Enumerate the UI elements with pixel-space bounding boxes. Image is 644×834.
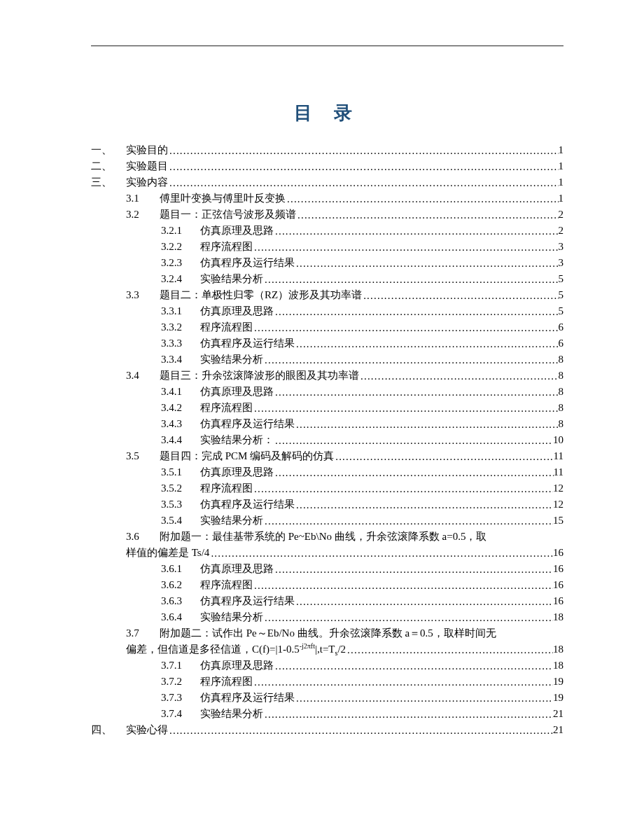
toc-entry[interactable]: 3.4.3仿真程序及运行结果8 [91,416,564,432]
toc-entry-number: 3.4.2 [161,400,200,416]
toc-entry[interactable]: 3.7附加题二：试作出 Pe～Eb/No 曲线。升余弦滚降系数 a＝0.5，取样… [91,625,564,658]
toc-leader [253,320,559,336]
toc-page-number: 8 [559,368,564,384]
toc-leader [253,578,553,594]
toc-entry-number: 3.2.1 [161,223,200,239]
toc-entry[interactable]: 3.5.4实验结果分析15 [91,513,564,529]
toc-entry-number: 3.7.3 [161,690,200,706]
toc-entry-text: 题目三：升余弦滚降波形的眼图及其功率谱 [160,368,359,384]
toc-entry-text: 仿真程序及运行结果 [200,690,295,706]
toc-leader [274,465,554,481]
toc-entry-number: 3.6 [126,529,160,545]
toc-page-number: 11 [554,448,564,464]
toc-entry[interactable]: 3.4.1仿真原理及思路8 [91,384,564,400]
toc-entry-text: 程序流程图 [200,480,253,496]
toc-entry[interactable]: 3.3.2程序流程图6 [91,319,564,335]
toc-leader [274,562,553,578]
toc-entry-text: 实验结果分析 [200,271,263,287]
toc-entry[interactable]: 3.4.2程序流程图8 [91,400,564,416]
toc-leader [168,723,553,739]
toc-title: 目 录 [91,101,564,125]
toc-entry[interactable]: 3.7.4实验结果分析21 [91,706,564,722]
toc-leader [168,159,559,175]
toc-entry-text: 仿真程序及运行结果 [200,416,295,432]
toc-entry[interactable]: 3.7.2程序流程图19 [91,674,564,690]
toc-leader [274,223,559,239]
toc-entry-number: 3.7 [126,625,160,641]
toc-entry-text: 样值的偏差是 Ts/4 [126,545,209,561]
toc-entry[interactable]: 3.6.4实验结果分析18 [91,609,564,625]
toc-entry-text: 仿真原理及思路 [200,384,274,400]
toc-entry[interactable]: 3.2.1仿真原理及思路2 [91,223,564,239]
toc-page-number: 15 [553,513,564,529]
toc-entry[interactable]: 3.5.2程序流程图12 [91,480,564,496]
toc-entry-number: 四、 [91,722,126,738]
toc-leader [295,336,559,352]
toc-entry[interactable]: 3.6.3仿真程序及运行结果16 [91,593,564,609]
toc-page-number: 1 [559,190,564,207]
toc-entry[interactable]: 3.5题目四：完成 PCM 编码及解码的仿真11 [91,448,564,464]
toc-entry-number: 3.2.2 [161,239,200,255]
toc-page-number: 18 [553,658,564,674]
toc-entry-text: 附加题一：最佳基带系统的 Pe~Eb\No 曲线，升余弦滚降系数 a=0.5，取 [160,531,486,542]
toc-entry[interactable]: 三、实验内容1 [91,174,564,190]
toc-page-number: 18 [553,641,564,658]
toc-entry-text: 题目一：正弦信号波形及频谱 [160,207,296,223]
toc-leader [334,449,553,465]
toc-entry-text: 题目二：单极性归零（RZ）波形及其功率谱 [160,287,362,303]
toc-entry[interactable]: 二、实验题目1 [91,158,564,174]
toc-entry[interactable]: 3.4题目三：升余弦滚降波形的眼图及其功率谱8 [91,368,564,384]
toc-page-number: 12 [553,496,564,513]
toc-entry[interactable]: 3.2.4实验结果分析5 [91,271,564,287]
toc-entry[interactable]: 3.5.1仿真原理及思路11 [91,464,564,480]
toc-page-number: 6 [559,319,564,335]
toc-entry-number: 3.3.2 [161,319,200,335]
toc-entry[interactable]: 3.5.3仿真程序及运行结果12 [91,496,564,513]
toc-entry-number: 3.4.3 [161,416,200,432]
toc-entry-line2: 偏差，但信道是多径信道，C(f)=|1-0.5-j2πft|,t=Ts/218 [126,641,564,658]
toc-entry[interactable]: 3.7.3仿真程序及运行结果19 [91,690,564,706]
toc-entry[interactable]: 3.6附加题一：最佳基带系统的 Pe~Eb\No 曲线，升余弦滚降系数 a=0.… [91,529,564,561]
toc-entry-text: 程序流程图 [200,319,253,335]
toc-entry[interactable]: 3.1傅里叶变换与傅里叶反变换1 [91,190,564,207]
toc-entry[interactable]: 3.4.4实验结果分析：10 [91,432,564,448]
toc-entry-number: 3.6.1 [161,561,200,577]
toc-entry-number: 3.5 [126,448,160,464]
toc-entry-number: 3.5.1 [161,464,200,480]
toc-entry[interactable]: 3.6.1仿真原理及思路16 [91,561,564,577]
toc-entry[interactable]: 3.6.2程序流程图16 [91,577,564,593]
toc-entry-text: 仿真原理及思路 [200,464,274,480]
toc-page-number: 8 [559,400,564,416]
toc-entry-number: 3.7.1 [161,658,200,674]
toc-entry[interactable]: 3.2.3仿真程序及运行结果3 [91,255,564,271]
toc-entry-text: 程序流程图 [200,400,253,416]
toc-entry-number: 三、 [91,174,126,190]
toc-leader [263,707,553,723]
toc-entry[interactable]: 3.3题目二：单极性归零（RZ）波形及其功率谱5 [91,287,564,303]
toc-leader [295,690,553,707]
toc-entry[interactable]: 四、实验心得21 [91,722,564,738]
toc-page-number: 3 [559,239,564,255]
toc-entry[interactable]: 3.7.1仿真原理及思路18 [91,658,564,674]
toc-page-number: 21 [553,722,564,738]
toc-page-number: 1 [559,142,564,158]
toc-page-number: 3 [559,255,564,271]
toc-entry[interactable]: 3.3.1仿真原理及思路5 [91,303,564,319]
toc-page-number: 5 [559,271,564,287]
toc-entry-text: 偏差，但信道是多径信道，C(f)=|1-0.5-j2πft|,t=Ts/2 [126,641,346,658]
toc-leader [263,513,553,529]
toc-entry[interactable]: 3.3.3仿真程序及运行结果6 [91,335,564,352]
toc-entry-line1: 3.7附加题二：试作出 Pe～Eb/No 曲线。升余弦滚降系数 a＝0.5，取样… [126,625,564,641]
toc-leader [274,384,559,401]
toc-entry-line1: 3.6附加题一：最佳基带系统的 Pe~Eb\No 曲线，升余弦滚降系数 a=0.… [126,529,564,545]
toc-entry-number: 3.3.3 [161,335,200,352]
toc-entry[interactable]: 一、实验目的1 [91,142,564,158]
toc-leader [209,545,553,562]
toc-entry[interactable]: 3.2题目一：正弦信号波形及频谱2 [91,207,564,223]
toc-entry-text: 题目四：完成 PCM 编码及解码的仿真 [160,448,334,464]
toc-entry[interactable]: 3.3.4实验结果分析8 [91,352,564,368]
toc-leader [346,642,553,658]
toc-entry[interactable]: 3.2.2程序流程图3 [91,239,564,255]
toc-entry-text: 仿真原理及思路 [200,561,274,577]
toc-page-number: 2 [559,223,564,239]
